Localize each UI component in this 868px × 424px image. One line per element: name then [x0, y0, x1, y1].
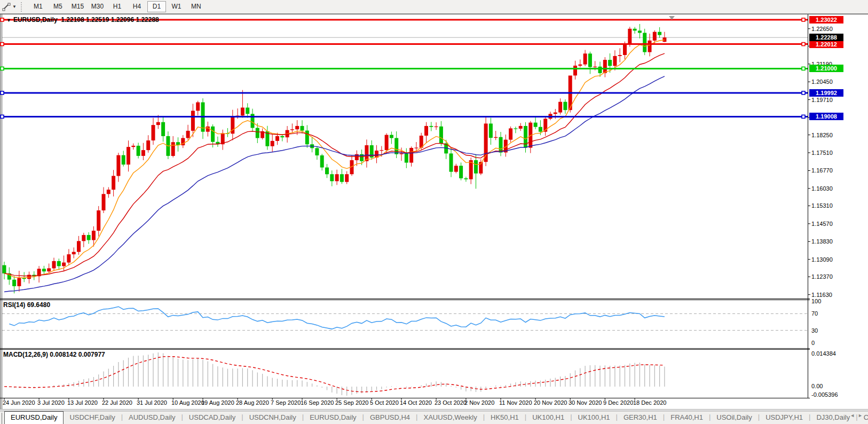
price-axis-tick: 1.15310: [811, 202, 833, 209]
hline-price-badge: 1.19992: [809, 89, 843, 97]
hline-price-badge: 1.21000: [809, 65, 843, 72]
line-studies-icon: [2, 2, 11, 11]
hline-price-badge: 1.19008: [809, 113, 843, 120]
current-price-badge: 1.22288: [809, 34, 843, 41]
timeframe-buttons: M1M5M15M30H1H4D1W1MN: [28, 1, 206, 12]
macd-label: MACD(12,26,9) 0.008142 0.007977: [3, 351, 105, 358]
macd-axis-zero: 0.00: [811, 383, 823, 389]
tab-ger30-h1[interactable]: GER30,H1: [618, 411, 663, 424]
timeframe-button-m5[interactable]: M5: [49, 1, 67, 12]
rsi-axis-tick: 70: [811, 310, 818, 317]
tab-scroll-left-icon[interactable]: ◄: [850, 413, 858, 418]
price-axis-tick: 1.19710: [811, 97, 833, 103]
date-axis-label: 22 Jul 2020: [102, 399, 132, 406]
date-axis-label: 28 Aug 2020: [236, 399, 269, 406]
rsi-axis-tick: 100: [811, 298, 821, 304]
timeframe-button-h1[interactable]: H1: [108, 1, 127, 12]
tab-uk100-h1[interactable]: UK100,H1: [572, 411, 616, 424]
tab-hk50-h1[interactable]: HK50,H1: [485, 411, 525, 424]
toolbar: ▼ M1M5M15M30H1H4D1W1MN: [0, 0, 868, 14]
price-axis-tick: 1.14570: [811, 221, 833, 227]
tab-usdcad-daily[interactable]: USDCAD,Daily: [183, 411, 241, 424]
price-axis-tick: 1.13090: [811, 256, 833, 263]
date-axis-label: 25 Sep 2020: [335, 399, 368, 406]
price-axis-tick: 1.11630: [811, 292, 832, 298]
date-axis-label: 23 Oct 2020: [435, 399, 467, 406]
tab-eurusd-daily[interactable]: EURUSD,Daily: [4, 411, 64, 424]
tab-eurusd-daily[interactable]: EURUSD,Daily: [304, 411, 362, 424]
mt4-window: { "toolbar": { "tool_icon": "line-studie…: [0, 0, 868, 424]
rsi-axis-tick: 30: [811, 327, 818, 334]
hline-price-badge: 1.23022: [809, 16, 843, 23]
date-axis-label: 13 Jul 2020: [67, 399, 98, 406]
price-axis-tick: 1.17510: [811, 150, 833, 156]
date-axis-label: 3 Jul 2020: [37, 399, 65, 406]
tab-dj30-daily[interactable]: DJ30,Daily: [810, 411, 856, 424]
tab-xauusd-weekly[interactable]: XAUUSD,Weekly: [417, 411, 483, 424]
tab-scroll-arrows: ◄►: [850, 413, 866, 418]
price-axis-tick: 1.20450: [811, 78, 833, 85]
chart-symbol-title: EURUSD,Daily: [13, 16, 58, 23]
hline-price-badge: 1.22012: [809, 41, 843, 48]
timeframe-button-m15[interactable]: M15: [68, 1, 87, 12]
price-axis-tick: 1.12370: [811, 273, 833, 280]
price-axis-tick: 1.16030: [811, 185, 833, 192]
price-axis-tick: 1.16770: [811, 167, 833, 174]
tab-fra40-h1[interactable]: FRA40,H1: [665, 411, 709, 424]
chart-canvas[interactable]: [0, 0, 868, 411]
date-axis-label: 5 Oct 2020: [370, 399, 399, 406]
timeframe-button-d1[interactable]: D1: [147, 1, 166, 12]
timeframe-button-h4[interactable]: H4: [128, 1, 146, 12]
tab-uk100-h1[interactable]: UK100,H1: [526, 411, 570, 424]
date-axis-label: 10 Aug 2020: [171, 399, 204, 406]
macd-axis-max: 0.014384: [811, 350, 836, 357]
date-axis-label: 19 Aug 2020: [201, 399, 234, 406]
chart-collapse-icon[interactable]: ▼: [6, 18, 11, 23]
caret-down-icon[interactable]: ▼: [12, 4, 17, 9]
date-axis-label: 14 Oct 2020: [400, 399, 432, 406]
timeframe-button-w1[interactable]: W1: [167, 1, 186, 12]
timeframe-button-m1[interactable]: M1: [29, 1, 48, 12]
price-axis-tick: 1.18250: [811, 132, 833, 138]
rsi-label: RSI(14) 69.6480: [3, 301, 50, 309]
chart-ohlc-values: 1.22108 1.22519 1.22096 1.22288: [61, 16, 159, 23]
tab-audusd-daily[interactable]: AUDUSD,Daily: [123, 411, 181, 424]
chart-title: ▼EURUSD,Daily 1.22108 1.22519 1.22096 1.…: [6, 16, 159, 23]
tab-usdcnh-daily[interactable]: USDCNH,Daily: [243, 411, 302, 424]
date-axis-label: 30 Nov 2020: [569, 399, 602, 406]
date-axis-label: 2 Nov 2020: [464, 399, 494, 406]
timeframe-button-mn[interactable]: MN: [187, 1, 206, 12]
toolbar-grip: [21, 2, 24, 12]
date-axis-label: 24 Jun 2020: [3, 399, 35, 406]
macd-axis-min: -0.005396: [811, 391, 838, 398]
date-axis-label: 20 Nov 2020: [534, 399, 567, 406]
timeframe-button-m30[interactable]: M30: [88, 1, 107, 12]
date-axis-label: 9 Dec 2020: [603, 399, 633, 406]
tab-usdchf-daily[interactable]: USDCHF,Daily: [64, 411, 121, 424]
date-axis-label: 11 Nov 2020: [499, 399, 532, 406]
rsi-axis-tick: 0: [811, 340, 815, 346]
line-studies-tool[interactable]: ▼: [2, 2, 17, 11]
tab-usoil-daily[interactable]: USOil,Daily: [711, 411, 757, 424]
symbol-tab-bar: EURUSD,DailyUSDCHF,Daily|AUDUSD,Daily|US…: [0, 411, 868, 424]
price-axis-tick: 1.22650: [811, 26, 833, 32]
tab-scroll-right-icon[interactable]: ►: [858, 413, 866, 418]
date-axis-label: 18 Dec 2020: [633, 399, 666, 406]
tabbar-grip: [2, 413, 2, 424]
date-axis-label: 7 Sep 2020: [271, 399, 301, 406]
date-axis-label: 31 Jul 2020: [137, 399, 167, 406]
date-axis-label: 16 Sep 2020: [301, 399, 334, 406]
tab-gbpusd-h4[interactable]: GBPUSD,H4: [364, 411, 416, 424]
tab-usdjpy-h1[interactable]: USDJPY,H1: [760, 411, 809, 424]
price-axis-tick: 1.13830: [811, 238, 833, 245]
